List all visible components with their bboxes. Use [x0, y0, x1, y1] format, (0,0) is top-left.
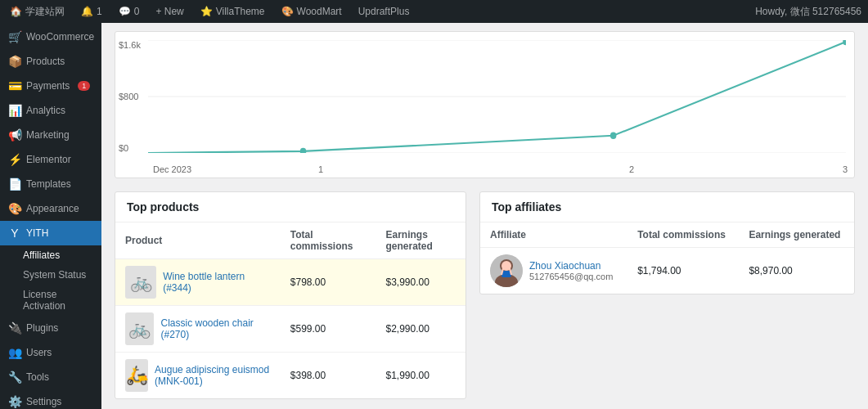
woocommerce-icon: 🛒: [8, 30, 21, 43]
earnings-generated-cell: $3,990.00: [376, 259, 465, 306]
affiliate-cell: Zhou Xiaochuan 512765456@qq.com: [480, 248, 627, 294]
product-link[interactable]: Wine bottle lantern (#344): [163, 271, 271, 294]
y-label-bottom: $0: [119, 143, 145, 153]
elementor-icon: ⚡: [8, 153, 21, 166]
affiliate-avatar: [490, 254, 523, 287]
col-total-commissions: Total commissions: [281, 222, 376, 259]
sidebar-item-analytics[interactable]: 📊 Analytics: [0, 98, 101, 123]
affiliate-commissions-cell: $1,794.00: [627, 248, 739, 294]
col-total-commissions: Total commissions: [627, 222, 739, 248]
sidebar-item-elementor[interactable]: ⚡ Elementor: [0, 147, 101, 172]
product-cell: 🚲 Wine bottle lantern (#344): [115, 259, 281, 306]
svg-point-4: [610, 133, 617, 139]
chart-svg-area: [148, 40, 846, 153]
payments-icon: 💳: [8, 79, 21, 92]
adminbar-comments[interactable]: 💬0: [115, 6, 143, 17]
adminbar-updraftplus[interactable]: UpdraftPlus: [355, 6, 413, 17]
col-affiliate: Affiliate: [480, 222, 627, 248]
marketing-icon: 📢: [8, 128, 21, 142]
payments-badge: 1: [78, 81, 90, 91]
product-thumbnail: 🚲: [125, 312, 154, 345]
sidebar-item-label: Analytics: [26, 105, 65, 116]
earnings-generated-cell: $2,990.00: [376, 306, 465, 353]
affiliate-info: Zhou Xiaochuan 512765456@qq.com: [529, 260, 613, 281]
sidebar-item-label: Products: [26, 56, 65, 67]
product-link[interactable]: Augue adipiscing euismod (MNK-001): [155, 364, 271, 387]
adminbar-villatheme[interactable]: ⭐VillaTheme: [197, 6, 268, 17]
product-cell: 🚲 Classic wooden chair (#270): [115, 306, 281, 353]
sidebar-sub-affiliates[interactable]: Affiliates: [0, 245, 101, 265]
x-label-dec: Dec 2023: [153, 164, 191, 174]
adminbar-woodmart[interactable]: 🎨WoodMart: [278, 6, 345, 17]
sidebar-item-label: YITH: [26, 227, 48, 239]
templates-icon: 📄: [8, 178, 21, 191]
sidebar-item-label: Marketing: [26, 129, 70, 141]
top-products-title: Top products: [115, 192, 465, 222]
sidebar-item-yith[interactable]: Y YITH: [0, 221, 101, 245]
table-row: Zhou Xiaochuan 512765456@qq.com $1,794.0…: [480, 248, 854, 294]
yith-icon: Y: [8, 227, 21, 240]
adminbar-site-name: 学建站网: [25, 5, 65, 19]
col-earnings-generated: Earnings generated: [739, 222, 854, 248]
chart-y-labels: $1.6k $800 $0: [115, 40, 148, 153]
settings-icon: ⚙️: [8, 395, 21, 408]
tools-icon: 🔧: [8, 371, 21, 384]
affiliate-name[interactable]: Zhou Xiaochuan: [529, 260, 613, 272]
appearance-icon: 🎨: [8, 202, 21, 215]
product-cell: 🛵 Augue adipiscing euismod (MNK-001): [115, 353, 281, 399]
affiliate-email: 512765456@qq.com: [529, 272, 613, 281]
product-thumbnail: 🚲: [125, 266, 156, 299]
sidebar-item-templates[interactable]: 📄 Templates: [0, 172, 101, 196]
col-product: Product: [115, 222, 281, 259]
admin-bar: 🏠 学建站网 🔔1 💬0 + New ⭐VillaTheme 🎨WoodMart…: [0, 0, 868, 23]
affiliate-earnings-cell: $8,970.00: [739, 248, 854, 294]
bike-icon: 🚲: [128, 318, 151, 339]
sidebar-item-label: Templates: [26, 178, 71, 190]
bike-icon: 🚲: [130, 272, 152, 293]
sidebar-item-products[interactable]: 📦 Products: [0, 49, 101, 74]
sidebar-item-marketing[interactable]: 📢 Marketing: [0, 123, 101, 147]
top-products-panel: Top products Product Total commissions E…: [115, 191, 466, 399]
product-link[interactable]: Classic wooden chair (#270): [160, 317, 270, 340]
x-label-1: 1: [318, 164, 323, 174]
top-affiliates-table: Affiliate Total commissions Earnings gen…: [480, 222, 854, 294]
product-thumbnail: 🛵: [125, 359, 148, 392]
sidebar-item-users[interactable]: 👥 Users: [0, 340, 101, 365]
sidebar-sub-license[interactable]: License Activation: [0, 285, 101, 316]
wp-logo-icon: 🏠: [10, 6, 22, 17]
total-commissions-cell: $798.00: [281, 259, 376, 306]
sidebar-item-settings[interactable]: ⚙️ Settings: [0, 389, 101, 409]
sidebar-item-label: Users: [26, 347, 52, 358]
sidebar-item-tools[interactable]: 🔧 Tools: [0, 365, 101, 389]
sidebar-item-label: Payments: [26, 80, 70, 92]
bike-icon: 🛵: [126, 365, 148, 386]
adminbar-site[interactable]: 🏠 学建站网: [7, 5, 68, 19]
sidebar-item-label: Appearance: [26, 203, 79, 214]
top-affiliates-panel: Top affiliates Affiliate Total commissio…: [479, 191, 855, 294]
adminbar-new[interactable]: + New: [152, 6, 187, 17]
sidebar-item-label: Plugins: [26, 322, 58, 334]
adminbar-notifications[interactable]: 🔔1: [78, 6, 106, 17]
x-label-2: 2: [629, 164, 634, 174]
top-products-table: Product Total commissions Earnings gener…: [115, 222, 465, 398]
sidebar-item-plugins[interactable]: 🔌 Plugins: [0, 316, 101, 340]
col-earnings-generated: Earnings generated: [376, 222, 465, 259]
sidebar-sub-system-status[interactable]: System Status: [0, 265, 101, 285]
svg-point-5: [843, 40, 846, 45]
earnings-generated-cell: $1,990.00: [376, 353, 465, 399]
sidebar-item-label: Settings: [26, 396, 61, 407]
users-icon: 👥: [8, 346, 21, 359]
sidebar-item-label: Tools: [26, 371, 49, 383]
table-row: 🚲 Wine bottle lantern (#344) $798.00 $3,…: [115, 259, 465, 306]
analytics-icon: 📊: [8, 104, 21, 117]
sidebar-item-payments[interactable]: 💳 Payments 1: [0, 74, 101, 98]
total-commissions-cell: $398.00: [281, 353, 376, 399]
main-content: $1.6k $800 $0 Dec 2023: [101, 23, 868, 409]
sidebar-item-woocommerce[interactable]: 🛒 WooCommerce: [0, 25, 101, 49]
total-commissions-cell: $599.00: [281, 306, 376, 353]
sidebar: 📋 Projects 🛒 WooCommerce 📦 Products 💳 Pa…: [0, 0, 101, 409]
table-row: 🚲 Classic wooden chair (#270) $599.00 $2…: [115, 306, 465, 353]
svg-point-3: [300, 148, 307, 153]
x-label-3: 3: [843, 164, 848, 174]
sidebar-item-appearance[interactable]: 🎨 Appearance: [0, 196, 101, 221]
